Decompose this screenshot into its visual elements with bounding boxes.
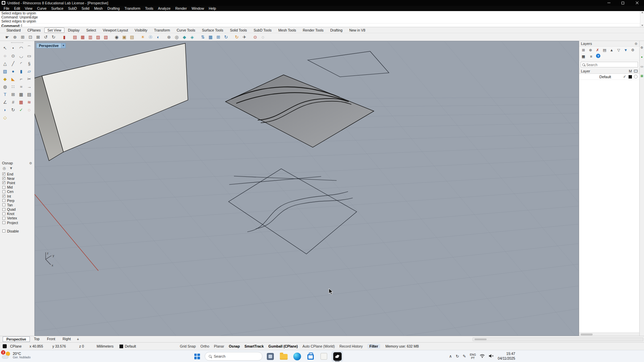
toolbar-tab[interactable]: SubD Tools [251,28,275,33]
filter-layers-icon[interactable]: ▼ [623,47,629,53]
scroll-down-icon[interactable] [641,25,643,26]
menu-item[interactable]: Transform [122,6,143,10]
layers-horizontal-scrollbar[interactable] [579,332,639,336]
spin-360-icon[interactable]: ↻ [233,34,241,41]
menu-item[interactable]: Solid [79,6,92,10]
xray-display-icon[interactable]: ▧ [102,34,110,41]
osnap-checkbox[interactable] [2,195,5,198]
language-switcher[interactable]: ENG PT [470,353,476,360]
display-column-icon[interactable] [634,70,638,72]
osnap-disable-option[interactable]: Disable [2,229,34,233]
viewport-canvas[interactable]: z y x [35,41,579,336]
osnap-option[interactable]: Knot [2,212,34,216]
toolbar-tab[interactable]: Transform [151,28,173,33]
walkabout-icon[interactable]: ✈ [241,34,248,41]
conic-tool-icon[interactable]: ◜ [17,60,25,67]
viewport-tab[interactable]: Right [59,337,74,342]
osnap-checkbox[interactable] [2,181,5,184]
dock-scrollbar[interactable] [473,338,643,341]
fillet-edge-tool-icon[interactable]: ◗ [1,106,9,113]
layer-name[interactable]: Default [599,75,611,79]
wireframe-display-icon[interactable]: ▤ [71,34,79,41]
menu-item[interactable]: Drafting [105,6,122,10]
menu-item[interactable]: Tools [143,6,156,10]
copy-tool-icon[interactable]: ⊞ [9,91,17,98]
toolbar-tab[interactable]: New in V8 [346,28,368,33]
toolbar-tab[interactable]: CPlanes [24,28,44,33]
move-tool-icon[interactable]: → [26,83,33,90]
layer-row-default[interactable]: Default ✓ [579,74,639,80]
plane-tool-icon[interactable]: ▱ [26,67,33,75]
curve-square-wireframe[interactable] [229,169,357,254]
scrollbar-thumb[interactable] [581,333,593,335]
synchronize-views-icon[interactable]: ⇅ [199,34,207,41]
gradient-tool-icon[interactable]: ◣ [9,75,17,83]
osnap-option[interactable]: Vertex [2,216,34,220]
undo-view-icon[interactable]: ↺ [42,34,50,41]
command-input[interactable]: Command: [1,23,644,27]
zoom-dynamic-icon[interactable]: ⊕ [11,34,19,41]
array-tool-icon[interactable]: ▦ [17,91,25,98]
redo-view-icon[interactable]: ↻ [50,34,57,41]
four-view-icon[interactable]: ⊞ [214,34,222,41]
osnap-option[interactable]: Cen [2,190,34,194]
viewport-title-menu[interactable]: Perspective ▾ [36,43,66,48]
minimize-button[interactable] [602,0,616,6]
gem-display-icon[interactable]: ◆ [181,34,188,41]
shaded-display-icon[interactable]: ▦ [79,34,87,41]
polygon-tool-icon[interactable]: △ [1,60,9,67]
taskbar-store[interactable] [305,351,316,362]
status-toggle[interactable]: Planar [214,344,224,348]
blend-tool-icon[interactable]: ≈ [17,83,25,90]
wifi-icon[interactable] [480,354,485,359]
status-toggle[interactable]: Ortho [200,344,209,348]
array-path-tool-icon[interactable]: ≋ [26,98,33,106]
status-toggle[interactable]: Filter [367,344,380,349]
osnap-option[interactable]: Perp [2,198,34,203]
layer-menu-icon[interactable]: ≡ [588,54,594,59]
viewport-tab[interactable]: Top [31,337,43,342]
osnap-checkbox[interactable] [2,221,5,224]
grid-panel-icon[interactable]: ▦ [640,71,644,81]
distribute-tool-icon[interactable]: ▤ [26,91,33,98]
help-icon[interactable]: ? [596,54,600,58]
status-toggle[interactable]: Gumball (CPlane) [268,344,298,348]
tray-sync-icon[interactable]: ↻ [456,354,459,359]
render-panel-icon[interactable]: ● [640,52,644,62]
menu-item[interactable]: SubD [66,6,79,10]
chevron-down-icon[interactable]: ▾ [61,43,66,48]
toolbar-tab[interactable]: Surface Tools [199,28,226,33]
gem-settings-icon[interactable]: ◈ [188,34,196,41]
toolbar-tab[interactable]: Drafting [327,28,346,33]
osnap-option[interactable]: Quad [2,207,34,212]
clock[interactable]: 15:4704/11/2025 [498,352,515,361]
earth-anchor-icon[interactable]: ☉ [147,34,154,41]
point-cloud-tool-icon[interactable]: ∷ [9,83,17,90]
check-tool-icon[interactable]: ✓ [17,106,25,113]
command-history[interactable]: Select edges to unjoinCommand: UnjoinEdg… [0,11,644,27]
viewport-title[interactable]: Perspective [36,43,61,48]
split-viewport-icon[interactable]: ▦ [207,34,214,41]
toolbar-tab[interactable]: Render Tools [300,28,327,33]
osnap-checkbox[interactable] [2,203,5,206]
toolbar-tab[interactable]: Set View [44,28,64,33]
paint-bucket-tool-icon[interactable]: ◆ [1,75,9,83]
scroll-up-icon[interactable] [641,12,643,13]
osnap-checkbox[interactable] [2,172,5,175]
sphere-tool-icon[interactable]: ● [9,67,17,75]
status-screen-icon[interactable] [3,344,7,348]
current-layer-chip[interactable]: Default [119,344,160,348]
menu-item[interactable]: File [1,6,12,10]
menu-item[interactable]: Window [189,6,206,10]
osnap-option[interactable]: Near [2,176,34,180]
menu-item[interactable]: Curve [35,6,49,10]
status-toggle[interactable]: SmartTrack [245,344,264,348]
sphere-dark-tool-icon[interactable]: ◍ [1,83,9,90]
status-toggle[interactable]: Grid Snap [180,344,196,348]
osnap-option[interactable]: Mid [2,185,34,190]
new-sublayer-icon[interactable]: ⊕ [588,47,593,53]
zoom-extents-icon[interactable]: ⊠ [34,34,42,41]
rendered-display-icon[interactable]: ▥ [87,34,94,41]
osnap-checkbox[interactable] [2,217,5,220]
layers-search-input[interactable]: Search [581,62,638,67]
